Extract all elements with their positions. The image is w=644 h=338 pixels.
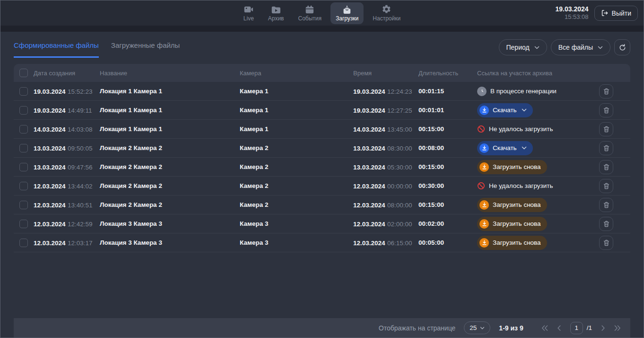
created-cell: 19.03.2024 14:49:11 bbox=[34, 106, 100, 115]
nav-item-settings[interactable]: Настройки bbox=[367, 2, 406, 24]
file-type-filter-button[interactable]: Все файлы bbox=[551, 39, 610, 55]
delete-button[interactable] bbox=[599, 122, 613, 136]
row-checkbox[interactable] bbox=[19, 182, 28, 190]
retry-download-button[interactable]: Загрузить снова bbox=[477, 198, 547, 212]
status-generating: В процессе генерации bbox=[477, 87, 597, 96]
file-name-cell: Локация 2 Камера 2 bbox=[100, 163, 240, 170]
current-date: 19.03.2024 bbox=[555, 5, 588, 14]
delete-button[interactable] bbox=[599, 236, 613, 250]
delete-button[interactable] bbox=[599, 103, 613, 117]
duration-cell: 00:30:00 bbox=[418, 182, 477, 189]
column-header-name: Название bbox=[100, 70, 240, 77]
tab-uploaded-files[interactable]: Загруженные файлы bbox=[111, 39, 180, 58]
archive-link-cell: Скачать bbox=[477, 103, 597, 117]
nav-item-events[interactable]: События bbox=[293, 2, 327, 24]
topbar-shadow-strip bbox=[0, 26, 644, 32]
delete-button[interactable] bbox=[599, 141, 613, 155]
row-checkbox[interactable] bbox=[19, 163, 28, 171]
chevron-down-icon bbox=[598, 46, 603, 49]
camera-cell: Камера 2 bbox=[240, 144, 353, 151]
status-label: Скачать bbox=[493, 144, 517, 151]
time-cell: 13.03.2024 05:30:00 bbox=[353, 163, 418, 171]
retry-download-button[interactable]: Загрузить снова bbox=[477, 217, 547, 231]
downloads-page: { "topbar": { "nav": [ {"id":"live","lab… bbox=[0, 0, 644, 338]
current-time: 15:53:08 bbox=[555, 13, 588, 21]
time-cell: 12.03.2024 00:00:00 bbox=[353, 182, 418, 190]
nav-item-downloads[interactable]: Загрузки bbox=[331, 2, 364, 24]
delete-button[interactable] bbox=[599, 84, 613, 98]
row-checkbox[interactable] bbox=[19, 106, 28, 115]
delete-button[interactable] bbox=[599, 160, 613, 174]
prev-page-button[interactable] bbox=[556, 325, 562, 331]
duration-cell: 00:01:01 bbox=[418, 107, 477, 114]
file-name-cell: Локация 2 Камера 2 bbox=[100, 182, 240, 189]
time-cell: 19.03.2024 12:27:25 bbox=[353, 106, 418, 115]
next-page-button[interactable] bbox=[600, 325, 606, 331]
last-page-button[interactable] bbox=[614, 325, 621, 331]
row-checkbox[interactable] bbox=[19, 125, 28, 133]
row-checkbox[interactable] bbox=[19, 87, 28, 96]
download-icon bbox=[479, 238, 489, 248]
download-button[interactable]: Скачать bbox=[477, 103, 533, 117]
chevron-down-icon bbox=[522, 108, 527, 112]
file-name-cell: Локация 1 Камера 1 bbox=[100, 107, 240, 114]
file-name-cell: Локация 2 Камера 2 bbox=[100, 144, 240, 151]
camera-cell: Камера 2 bbox=[240, 163, 353, 170]
table-row: 12.03.2024 12:42:59Локация 3 Камера 3Кам… bbox=[14, 214, 630, 233]
table-row: 12.03.2024 12:03:17Локация 3 Камера 3Кам… bbox=[14, 233, 630, 252]
retry-download-button[interactable]: Загрузить снова bbox=[477, 236, 547, 250]
archive-link-cell: Загрузить снова bbox=[477, 160, 597, 174]
nav-item-label: Live bbox=[244, 15, 254, 22]
row-checkbox[interactable] bbox=[19, 144, 28, 152]
created-cell: 12.03.2024 13:44:02 bbox=[34, 182, 100, 190]
main-content: Сформированные файлыЗагруженные файлы Пе… bbox=[0, 39, 644, 252]
clock-icon bbox=[477, 87, 487, 96]
status-label: Не удалось загрузить bbox=[489, 182, 553, 189]
camera-cell: Камера 1 bbox=[240, 125, 353, 133]
trash-icon bbox=[603, 220, 610, 228]
ban-icon bbox=[477, 182, 485, 190]
trash-icon bbox=[603, 144, 610, 152]
duration-cell: 00:15:00 bbox=[418, 125, 477, 133]
download-icon bbox=[479, 219, 489, 229]
row-checkbox[interactable] bbox=[19, 201, 28, 209]
nav-item-label: События bbox=[298, 15, 322, 22]
current-page-input[interactable]: 1 bbox=[570, 322, 583, 334]
pager: 1 /1 bbox=[541, 322, 621, 334]
refresh-button[interactable] bbox=[614, 39, 630, 55]
file-name-cell: Локация 1 Камера 1 bbox=[100, 125, 240, 133]
created-cell: 14.03.2024 14:03:08 bbox=[34, 125, 100, 133]
delete-button[interactable] bbox=[599, 198, 613, 212]
select-all-checkbox[interactable] bbox=[19, 69, 28, 77]
retry-download-button[interactable]: Загрузить снова bbox=[477, 160, 547, 174]
created-cell: 12.03.2024 13:40:51 bbox=[34, 201, 100, 209]
downloads-icon bbox=[342, 5, 352, 14]
download-icon bbox=[479, 162, 489, 172]
tab-generated-files[interactable]: Сформированные файлы bbox=[14, 39, 99, 58]
delete-button[interactable] bbox=[599, 217, 613, 231]
row-checkbox[interactable] bbox=[19, 220, 28, 228]
table-row: 12.03.2024 13:40:51Локация 2 Камера 2Кам… bbox=[14, 196, 630, 214]
time-cell: 12.03.2024 08:00:00 bbox=[353, 201, 418, 209]
logout-button[interactable]: Выйти bbox=[594, 6, 638, 21]
events-icon bbox=[305, 5, 315, 14]
trash-icon bbox=[603, 239, 610, 247]
table-row: 19.03.2024 14:49:11Локация 1 Камера 1Кам… bbox=[14, 101, 630, 120]
nav-item-live[interactable]: Live bbox=[238, 2, 259, 24]
delete-button[interactable] bbox=[599, 179, 613, 193]
per-page-select[interactable]: 25 bbox=[464, 321, 490, 334]
first-page-button[interactable] bbox=[541, 325, 548, 331]
row-checkbox[interactable] bbox=[19, 239, 28, 247]
period-filter-button[interactable]: Период bbox=[499, 39, 547, 55]
duration-cell: 00:02:00 bbox=[418, 220, 477, 227]
nav-item-archive[interactable]: Архив bbox=[263, 2, 289, 24]
duration-cell: 00:15:00 bbox=[418, 201, 477, 208]
status-failed: Не удалось загрузить bbox=[477, 182, 597, 190]
download-button[interactable]: Скачать bbox=[477, 141, 533, 155]
tabs: Сформированные файлыЗагруженные файлы bbox=[14, 39, 192, 58]
trash-icon bbox=[603, 201, 610, 209]
created-cell: 13.03.2024 09:47:56 bbox=[34, 163, 100, 171]
table-row: 12.03.2024 13:44:02Локация 2 Камера 2Кам… bbox=[14, 177, 630, 196]
filter-controls: Период Все файлы bbox=[499, 39, 630, 55]
file-type-filter-label: Все файлы bbox=[558, 44, 593, 51]
